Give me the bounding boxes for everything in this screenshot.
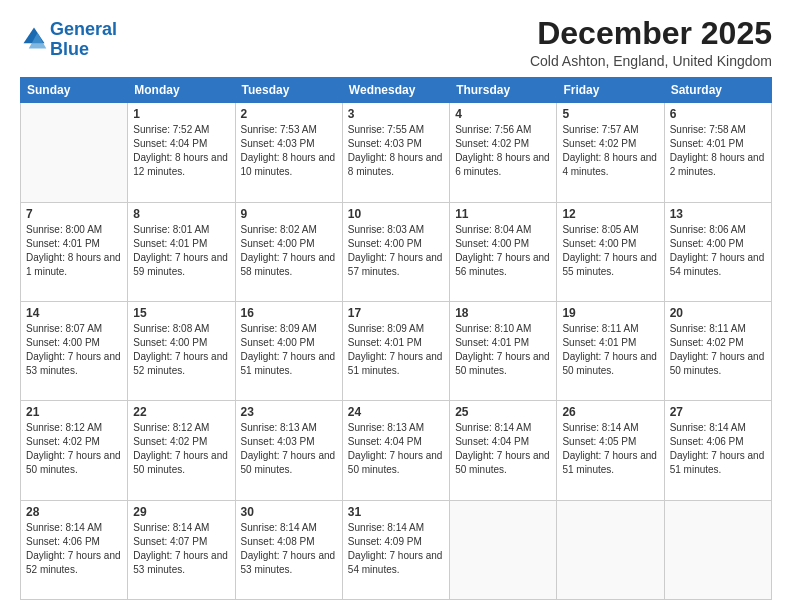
day-number: 10	[348, 207, 444, 221]
day-number: 20	[670, 306, 766, 320]
day-number: 27	[670, 405, 766, 419]
day-number: 14	[26, 306, 122, 320]
table-row: 5 Sunrise: 7:57 AMSunset: 4:02 PMDayligh…	[557, 103, 664, 202]
day-detail: Sunrise: 8:13 AMSunset: 4:04 PMDaylight:…	[348, 421, 444, 477]
day-detail: Sunrise: 8:02 AMSunset: 4:00 PMDaylight:…	[241, 223, 337, 279]
table-row: 15 Sunrise: 8:08 AMSunset: 4:00 PMDaylig…	[128, 301, 235, 400]
day-number: 1	[133, 107, 229, 121]
col-monday: Monday	[128, 78, 235, 103]
day-detail: Sunrise: 8:14 AMSunset: 4:07 PMDaylight:…	[133, 521, 229, 577]
day-number: 2	[241, 107, 337, 121]
table-row: 30 Sunrise: 8:14 AMSunset: 4:08 PMDaylig…	[235, 500, 342, 599]
day-number: 26	[562, 405, 658, 419]
col-tuesday: Tuesday	[235, 78, 342, 103]
calendar-week-row: 14 Sunrise: 8:07 AMSunset: 4:00 PMDaylig…	[21, 301, 772, 400]
calendar-week-row: 21 Sunrise: 8:12 AMSunset: 4:02 PMDaylig…	[21, 401, 772, 500]
table-row: 21 Sunrise: 8:12 AMSunset: 4:02 PMDaylig…	[21, 401, 128, 500]
page: General Blue December 2025 Cold Ashton, …	[0, 0, 792, 612]
day-number: 12	[562, 207, 658, 221]
table-row: 8 Sunrise: 8:01 AMSunset: 4:01 PMDayligh…	[128, 202, 235, 301]
table-row: 23 Sunrise: 8:13 AMSunset: 4:03 PMDaylig…	[235, 401, 342, 500]
table-row: 25 Sunrise: 8:14 AMSunset: 4:04 PMDaylig…	[450, 401, 557, 500]
table-row: 16 Sunrise: 8:09 AMSunset: 4:00 PMDaylig…	[235, 301, 342, 400]
day-number: 13	[670, 207, 766, 221]
table-row: 11 Sunrise: 8:04 AMSunset: 4:00 PMDaylig…	[450, 202, 557, 301]
table-row: 1 Sunrise: 7:52 AMSunset: 4:04 PMDayligh…	[128, 103, 235, 202]
table-row: 22 Sunrise: 8:12 AMSunset: 4:02 PMDaylig…	[128, 401, 235, 500]
table-row: 7 Sunrise: 8:00 AMSunset: 4:01 PMDayligh…	[21, 202, 128, 301]
day-number: 19	[562, 306, 658, 320]
day-detail: Sunrise: 8:12 AMSunset: 4:02 PMDaylight:…	[26, 421, 122, 477]
col-thursday: Thursday	[450, 78, 557, 103]
table-row: 19 Sunrise: 8:11 AMSunset: 4:01 PMDaylig…	[557, 301, 664, 400]
day-number: 4	[455, 107, 551, 121]
day-detail: Sunrise: 7:53 AMSunset: 4:03 PMDaylight:…	[241, 123, 337, 179]
day-number: 23	[241, 405, 337, 419]
day-detail: Sunrise: 8:00 AMSunset: 4:01 PMDaylight:…	[26, 223, 122, 279]
col-friday: Friday	[557, 78, 664, 103]
day-number: 25	[455, 405, 551, 419]
day-detail: Sunrise: 7:55 AMSunset: 4:03 PMDaylight:…	[348, 123, 444, 179]
day-detail: Sunrise: 7:57 AMSunset: 4:02 PMDaylight:…	[562, 123, 658, 179]
table-row: 29 Sunrise: 8:14 AMSunset: 4:07 PMDaylig…	[128, 500, 235, 599]
day-detail: Sunrise: 8:08 AMSunset: 4:00 PMDaylight:…	[133, 322, 229, 378]
table-row: 3 Sunrise: 7:55 AMSunset: 4:03 PMDayligh…	[342, 103, 449, 202]
table-row: 27 Sunrise: 8:14 AMSunset: 4:06 PMDaylig…	[664, 401, 771, 500]
logo: General Blue	[20, 20, 117, 60]
day-detail: Sunrise: 7:56 AMSunset: 4:02 PMDaylight:…	[455, 123, 551, 179]
day-number: 16	[241, 306, 337, 320]
day-detail: Sunrise: 7:52 AMSunset: 4:04 PMDaylight:…	[133, 123, 229, 179]
day-detail: Sunrise: 8:05 AMSunset: 4:00 PMDaylight:…	[562, 223, 658, 279]
day-number: 24	[348, 405, 444, 419]
table-row	[450, 500, 557, 599]
title-block: December 2025 Cold Ashton, England, Unit…	[530, 16, 772, 69]
day-number: 6	[670, 107, 766, 121]
day-detail: Sunrise: 7:58 AMSunset: 4:01 PMDaylight:…	[670, 123, 766, 179]
table-row: 28 Sunrise: 8:14 AMSunset: 4:06 PMDaylig…	[21, 500, 128, 599]
calendar-table: Sunday Monday Tuesday Wednesday Thursday…	[20, 77, 772, 600]
location: Cold Ashton, England, United Kingdom	[530, 53, 772, 69]
col-sunday: Sunday	[21, 78, 128, 103]
calendar-week-row: 7 Sunrise: 8:00 AMSunset: 4:01 PMDayligh…	[21, 202, 772, 301]
header: General Blue December 2025 Cold Ashton, …	[20, 16, 772, 69]
table-row: 13 Sunrise: 8:06 AMSunset: 4:00 PMDaylig…	[664, 202, 771, 301]
day-detail: Sunrise: 8:06 AMSunset: 4:00 PMDaylight:…	[670, 223, 766, 279]
table-row	[557, 500, 664, 599]
calendar-week-row: 1 Sunrise: 7:52 AMSunset: 4:04 PMDayligh…	[21, 103, 772, 202]
day-detail: Sunrise: 8:11 AMSunset: 4:02 PMDaylight:…	[670, 322, 766, 378]
day-detail: Sunrise: 8:14 AMSunset: 4:09 PMDaylight:…	[348, 521, 444, 577]
col-saturday: Saturday	[664, 78, 771, 103]
day-detail: Sunrise: 8:14 AMSunset: 4:04 PMDaylight:…	[455, 421, 551, 477]
day-detail: Sunrise: 8:14 AMSunset: 4:05 PMDaylight:…	[562, 421, 658, 477]
day-number: 3	[348, 107, 444, 121]
table-row: 18 Sunrise: 8:10 AMSunset: 4:01 PMDaylig…	[450, 301, 557, 400]
table-row: 12 Sunrise: 8:05 AMSunset: 4:00 PMDaylig…	[557, 202, 664, 301]
day-number: 17	[348, 306, 444, 320]
day-detail: Sunrise: 8:04 AMSunset: 4:00 PMDaylight:…	[455, 223, 551, 279]
table-row: 14 Sunrise: 8:07 AMSunset: 4:00 PMDaylig…	[21, 301, 128, 400]
day-detail: Sunrise: 8:14 AMSunset: 4:08 PMDaylight:…	[241, 521, 337, 577]
day-number: 11	[455, 207, 551, 221]
day-detail: Sunrise: 8:03 AMSunset: 4:00 PMDaylight:…	[348, 223, 444, 279]
day-detail: Sunrise: 8:14 AMSunset: 4:06 PMDaylight:…	[26, 521, 122, 577]
table-row: 24 Sunrise: 8:13 AMSunset: 4:04 PMDaylig…	[342, 401, 449, 500]
day-number: 9	[241, 207, 337, 221]
month-title: December 2025	[530, 16, 772, 51]
day-detail: Sunrise: 8:07 AMSunset: 4:00 PMDaylight:…	[26, 322, 122, 378]
table-row: 6 Sunrise: 7:58 AMSunset: 4:01 PMDayligh…	[664, 103, 771, 202]
day-number: 30	[241, 505, 337, 519]
day-number: 31	[348, 505, 444, 519]
table-row: 9 Sunrise: 8:02 AMSunset: 4:00 PMDayligh…	[235, 202, 342, 301]
day-number: 18	[455, 306, 551, 320]
table-row: 26 Sunrise: 8:14 AMSunset: 4:05 PMDaylig…	[557, 401, 664, 500]
table-row	[664, 500, 771, 599]
day-number: 22	[133, 405, 229, 419]
day-number: 28	[26, 505, 122, 519]
day-detail: Sunrise: 8:11 AMSunset: 4:01 PMDaylight:…	[562, 322, 658, 378]
day-number: 29	[133, 505, 229, 519]
table-row: 31 Sunrise: 8:14 AMSunset: 4:09 PMDaylig…	[342, 500, 449, 599]
day-detail: Sunrise: 8:12 AMSunset: 4:02 PMDaylight:…	[133, 421, 229, 477]
day-detail: Sunrise: 8:10 AMSunset: 4:01 PMDaylight:…	[455, 322, 551, 378]
table-row	[21, 103, 128, 202]
table-row: 4 Sunrise: 7:56 AMSunset: 4:02 PMDayligh…	[450, 103, 557, 202]
